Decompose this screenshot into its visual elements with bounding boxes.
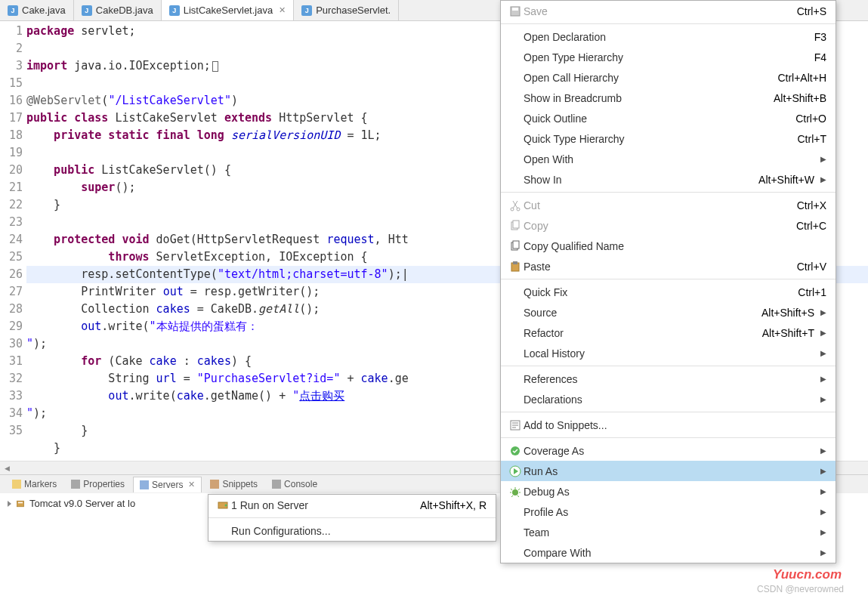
svg-rect-5 xyxy=(17,501,24,507)
bottom-tab-properties[interactable]: Properties xyxy=(65,477,131,492)
editor-tab[interactable]: JPurchaseServlet. xyxy=(294,0,399,20)
scroll-left-icon[interactable]: ◀ xyxy=(0,462,14,474)
menu-label: Source xyxy=(524,307,761,319)
menu-item-paste[interactable]: PasteCtrl+V xyxy=(501,256,836,276)
menu-item-quick-type-hierarchy[interactable]: Quick Type HierarchyCtrl+T xyxy=(501,128,836,149)
menu-item-1-run-on-server[interactable]: 1 Run on ServerAlt+Shift+X, R xyxy=(209,495,496,515)
editor-tab[interactable]: JCake.java xyxy=(0,0,74,20)
menu-shortcut: Ctrl+S xyxy=(797,5,826,17)
menu-shortcut: Ctrl+O xyxy=(795,113,826,125)
menu-label: Open Call Hierarchy xyxy=(524,72,777,84)
tab-label: Console xyxy=(284,479,317,489)
view-icon xyxy=(272,480,281,489)
menu-item-open-type-hierarchy[interactable]: Open Type HierarchyF4 xyxy=(501,47,836,67)
menu-item-team[interactable]: Team▶ xyxy=(501,522,836,542)
menu-item-save[interactable]: SaveCtrl+S xyxy=(501,1,836,21)
tab-label: Servers xyxy=(152,480,183,490)
menu-shortcut: Alt+Shift+X, R xyxy=(420,499,487,511)
menu-label: Coverage As xyxy=(524,445,814,457)
menu-item-copy-qualified-name[interactable]: Copy Qualified Name xyxy=(501,236,836,256)
menu-item-quick-fix[interactable]: Quick FixCtrl+1 xyxy=(501,282,836,302)
svg-rect-1 xyxy=(71,480,80,489)
svg-rect-6 xyxy=(18,502,23,503)
submenu-arrow-icon: ▶ xyxy=(820,155,826,163)
menu-label: Quick Fix xyxy=(524,286,798,298)
submenu-arrow-icon: ▶ xyxy=(820,528,826,536)
tab-label: Properties xyxy=(83,479,125,489)
server-label: Tomcat v9.0 Server at lo xyxy=(29,498,135,509)
menu-item-coverage-as[interactable]: Coverage As▶ xyxy=(501,440,836,461)
svg-rect-16 xyxy=(513,241,519,248)
menu-label: Team xyxy=(524,526,814,539)
context-menu[interactable]: SaveCtrl+SOpen DeclarationF3Open Type Hi… xyxy=(500,0,836,563)
menu-shortcut: Ctrl+C xyxy=(796,220,826,232)
tab-label: ListCakeServlet.java xyxy=(184,5,273,16)
menu-item-show-in[interactable]: Show InAlt+Shift+W▶ xyxy=(501,169,836,190)
menu-label: Open Type Hierarchy xyxy=(524,51,814,63)
menu-item-quick-outline[interactable]: Quick OutlineCtrl+O xyxy=(501,108,836,128)
expand-icon[interactable] xyxy=(8,501,11,507)
menu-item-local-history[interactable]: Local History▶ xyxy=(501,343,836,363)
menu-item-add-to-snippets-[interactable]: Add to Snippets... xyxy=(501,415,836,435)
menu-label: Cut xyxy=(524,199,797,211)
menu-item-open-call-hierarchy[interactable]: Open Call HierarchyCtrl+Alt+H xyxy=(501,67,836,88)
close-icon[interactable]: ✕ xyxy=(188,480,195,489)
menu-item-debug-as[interactable]: Debug As▶ xyxy=(501,481,836,502)
menu-item-copy[interactable]: CopyCtrl+C xyxy=(501,215,836,236)
menu-shortcut: F3 xyxy=(814,31,826,43)
svg-point-8 xyxy=(225,504,227,506)
menu-label: Refactor xyxy=(524,327,762,339)
menu-shortcut: Ctrl+T xyxy=(798,133,827,145)
menu-item-open-with[interactable]: Open With▶ xyxy=(501,149,836,169)
bottom-tab-console[interactable]: Console xyxy=(266,477,323,492)
bottom-tab-markers[interactable]: Markers xyxy=(6,477,63,492)
menu-item-references[interactable]: References▶ xyxy=(501,369,836,389)
bottom-tab-servers[interactable]: Servers ✕ xyxy=(133,477,202,492)
menu-label: Declarations xyxy=(524,394,814,406)
close-icon[interactable]: ✕ xyxy=(279,5,286,15)
editor-tab[interactable]: JCakeDB.java xyxy=(74,0,162,20)
submenu-arrow-icon: ▶ xyxy=(820,175,826,184)
tab-label: Cake.java xyxy=(22,5,66,16)
menu-label: Run As xyxy=(524,465,814,477)
menu-item-cut[interactable]: CutCtrl+X xyxy=(501,195,836,215)
run-as-submenu[interactable]: 1 Run on ServerAlt+Shift+X, RRun Configu… xyxy=(208,494,496,542)
debug-icon xyxy=(507,486,524,498)
menu-item-profile-as[interactable]: Profile As▶ xyxy=(501,502,836,522)
menu-item-run-as[interactable]: Run As▶ xyxy=(501,461,836,481)
copyq-icon xyxy=(507,240,524,252)
menu-item-open-declaration[interactable]: Open DeclarationF3 xyxy=(501,26,836,47)
svg-rect-18 xyxy=(513,261,517,264)
menu-item-refactor[interactable]: RefactorAlt+Shift+T▶ xyxy=(501,323,836,343)
submenu-arrow-icon: ▶ xyxy=(820,548,826,557)
menu-item-source[interactable]: SourceAlt+Shift+S▶ xyxy=(501,302,836,323)
svg-point-22 xyxy=(512,489,518,495)
menu-item-compare-with[interactable]: Compare With▶ xyxy=(501,542,836,563)
menu-label: Show In xyxy=(524,174,758,186)
svg-rect-0 xyxy=(12,480,21,489)
submenu-arrow-icon: ▶ xyxy=(820,467,826,475)
svg-rect-4 xyxy=(272,480,281,489)
view-icon xyxy=(12,480,21,489)
menu-label: Run Configurations... xyxy=(231,525,487,537)
tab-label: Snippets xyxy=(222,479,258,489)
bottom-tab-snippets[interactable]: Snippets xyxy=(204,477,264,492)
menu-label: 1 Run on Server xyxy=(231,499,420,511)
submenu-arrow-icon: ▶ xyxy=(820,446,826,455)
menu-label: Quick Type Hierarchy xyxy=(524,133,798,145)
save-icon xyxy=(507,5,524,17)
menu-item-run-configurations-[interactable]: Run Configurations... xyxy=(209,520,496,541)
menu-item-show-in-breadcrumb[interactable]: Show in BreadcrumbAlt+Shift+B xyxy=(501,88,836,108)
line-gutter: 1231516171819202122232425262728293031323… xyxy=(0,21,26,461)
tab-label: PurchaseServlet. xyxy=(316,5,391,16)
submenu-arrow-icon: ▶ xyxy=(820,508,826,516)
submenu-arrow-icon: ▶ xyxy=(820,349,826,357)
menu-shortcut: Ctrl+1 xyxy=(798,286,826,298)
menu-shortcut: Alt+Shift+S xyxy=(761,307,814,319)
view-icon xyxy=(71,480,80,489)
menu-label: Copy Qualified Name xyxy=(524,240,826,252)
menu-label: Local History xyxy=(524,347,814,360)
editor-tab[interactable]: JListCakeServlet.java✕ xyxy=(162,0,295,20)
menu-label: Compare With xyxy=(524,547,814,559)
menu-item-declarations[interactable]: Declarations▶ xyxy=(501,389,836,409)
